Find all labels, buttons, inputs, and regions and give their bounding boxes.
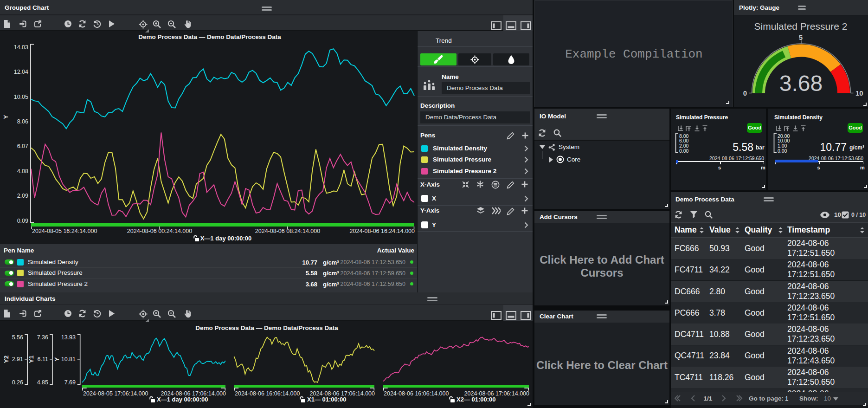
svg-text:2024-08-06 16:06:14.000: 2024-08-06 16:06:14.000 [235,390,300,397]
svg-text:3.68: 3.68 [779,71,823,96]
svg-text:X2— 01:00:00: X2— 01:00:00 [457,396,496,403]
svg-text:1/1: 1/1 [704,395,713,402]
svg-text:7.36: 7.36 [37,334,48,341]
svg-text:14.03: 14.03 [14,44,28,51]
svg-text:8.06: 8.06 [17,118,28,125]
svg-text:2024-08-06 00:24:14.000: 2024-08-06 00:24:14.000 [127,228,192,234]
svg-text:Simulated Pressure 2: Simulated Pressure 2 [754,21,848,32]
svg-text:Demo Process Data — Demo Data/: Demo Process Data — Demo Data/Process Da… [195,324,338,331]
svg-text:X—1 day 00:00:00: X—1 day 00:00:00 [200,235,252,242]
svg-text:6.11: 6.11 [38,356,48,363]
svg-text:5: 5 [799,33,803,41]
svg-text:2024-08-05 16:24:14.000: 2024-08-05 16:24:14.000 [32,228,97,234]
svg-text:2024-08-06 08:24:14.000: 2024-08-06 08:24:14.000 [255,228,320,234]
svg-text:Y: Y [53,357,60,361]
svg-text:2024-08-06 16:24:14.000: 2024-08-06 16:24:14.000 [350,228,415,234]
svg-text:6.07: 6.07 [17,143,28,149]
svg-text:4.08: 4.08 [17,168,28,175]
svg-text:2024-08-05 17:06:14.000: 2024-08-05 17:06:14.000 [83,390,148,397]
svg-text:12.04: 12.04 [14,69,28,75]
svg-text:X—1 day 00:00:00: X—1 day 00:00:00 [157,396,208,403]
svg-text:10.81: 10.81 [61,356,76,363]
svg-text:7.69: 7.69 [64,379,76,386]
svg-text:5.56: 5.56 [12,334,23,341]
svg-text:Y2: Y2 [3,356,10,363]
svg-text:2024-08-06 16:06:14.000: 2024-08-06 16:06:14.000 [384,390,449,397]
svg-text:13.93: 13.93 [61,334,76,341]
svg-text:2.91: 2.91 [12,356,23,363]
svg-text:4.85: 4.85 [37,379,48,386]
svg-text:Demo Process Data — Demo Data/: Demo Process Data — Demo Data/Process Da… [138,33,281,40]
svg-text:10: 10 [855,89,863,97]
svg-text:2.09: 2.09 [17,193,28,199]
svg-text:X1— 01:00:00: X1— 01:00:00 [307,396,347,403]
svg-text:Y: Y [2,115,9,119]
svg-text:0.09: 0.09 [17,218,28,224]
svg-text:10.05: 10.05 [14,94,28,100]
svg-text:0.26: 0.26 [12,379,23,386]
svg-text:0: 0 [743,89,747,97]
svg-text:Y1: Y1 [28,355,35,363]
